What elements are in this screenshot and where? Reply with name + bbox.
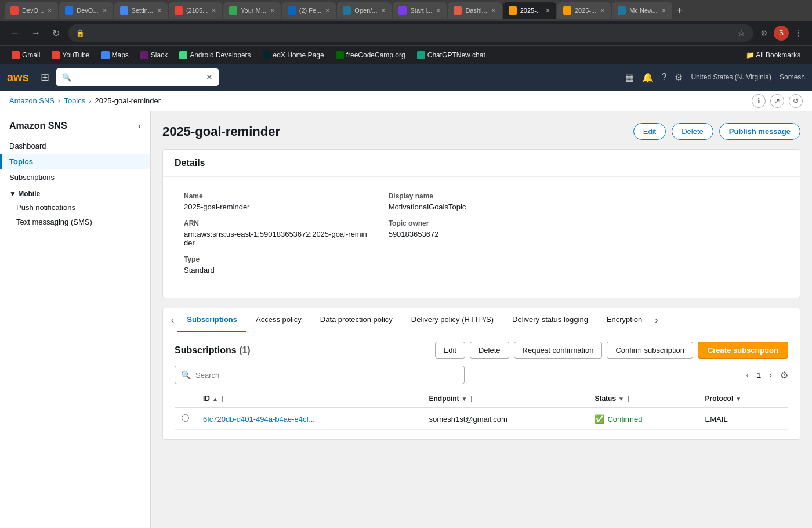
th-protocol[interactable]: Protocol ▼	[698, 390, 788, 408]
subs-delete-button[interactable]: Delete	[470, 342, 509, 359]
search-input[interactable]	[195, 371, 458, 379]
breadcrumb-topics-link[interactable]: Topics	[64, 96, 85, 105]
status-confirmed: ✅ Confirmed	[594, 414, 691, 424]
more-menu-button[interactable]: ⋮	[792, 26, 805, 40]
tab-close-btn[interactable]: ✕	[380, 7, 386, 15]
tab-close-btn[interactable]: ✕	[436, 7, 441, 15]
bookmark-youtube[interactable]: YouTube	[47, 50, 94, 60]
aws-user-menu[interactable]: Somesh	[780, 73, 805, 81]
sidebar-collapse-button[interactable]: ‹	[138, 121, 141, 131]
aws-bell-button[interactable]: 🔔	[642, 72, 654, 83]
table-settings-icon[interactable]: ⚙	[780, 370, 788, 381]
edit-topic-button[interactable]: Edit	[633, 123, 666, 140]
bookmark-edx[interactable]: edX Home Page	[258, 50, 329, 60]
bookmark-maps[interactable]: Maps	[97, 50, 133, 60]
th-status[interactable]: Status ▼ |	[588, 390, 698, 408]
profile-button[interactable]: S	[774, 26, 789, 41]
feedback-breadcrumb-button[interactable]: ↗	[770, 94, 784, 108]
sidebar-item-push-notifications[interactable]: Push notifications	[0, 200, 150, 215]
bookmark-all[interactable]: 📁 All Bookmarks	[741, 50, 805, 60]
aws-services-menu-button[interactable]: ⊞	[41, 71, 49, 84]
aws-help-button[interactable]: ?	[662, 72, 667, 82]
tab-2[interactable]: DevO... ✕	[59, 2, 113, 19]
confirm-subscription-button[interactable]: Confirm subscription	[607, 342, 693, 359]
sidebar-item-text-messaging[interactable]: Text messaging (SMS)	[0, 215, 150, 229]
subs-edit-button[interactable]: Edit	[435, 342, 465, 359]
bookmark-star-icon[interactable]: ☆	[738, 28, 745, 38]
tab-close-btn[interactable]: ✕	[270, 7, 275, 15]
create-subscription-button[interactable]: Create subscription	[698, 342, 788, 359]
tab-close-btn[interactable]: ✕	[491, 7, 496, 15]
bookmark-slack[interactable]: Slack	[136, 50, 172, 60]
breadcrumb-service-link[interactable]: Amazon SNS	[9, 96, 55, 105]
bookmark-chatgpt[interactable]: ChatGPTNew chat	[412, 50, 490, 60]
tab-delivery-status[interactable]: Delivery status logging	[503, 308, 597, 332]
tab-delivery-policy[interactable]: Delivery policy (HTTP/S)	[402, 308, 503, 332]
bookmark-gmail[interactable]: Gmail	[7, 50, 45, 60]
tab-5[interactable]: Your M... ✕	[223, 2, 281, 19]
next-page-button[interactable]: ›	[766, 369, 775, 381]
publish-message-button[interactable]: Publish message	[719, 123, 800, 140]
aws-region-selector[interactable]: United States (N. Virginia)	[691, 73, 771, 81]
row-select-cell[interactable]	[175, 408, 196, 430]
request-confirmation-button[interactable]: Request confirmation	[514, 342, 603, 359]
breadcrumb-actions: ℹ ↗ ↺	[752, 94, 803, 108]
tab-13[interactable]: Mc New... ✕	[612, 2, 672, 19]
tab-11[interactable]: 2025-... ✕	[503, 2, 556, 19]
tab-data-protection[interactable]: Data protection policy	[311, 308, 402, 332]
row-radio-input[interactable]	[182, 414, 189, 422]
tab-encryption[interactable]: Encryption	[597, 308, 651, 332]
tab-access-policy[interactable]: Access policy	[246, 308, 311, 332]
endpoint-filter-icon[interactable]: |	[470, 396, 472, 402]
tab-4[interactable]: (2105... ✕	[169, 2, 222, 19]
search-clear-icon[interactable]: ✕	[206, 73, 213, 82]
aws-search-input[interactable]: s3	[75, 73, 202, 82]
address-input[interactable]: us-east-1.console.aws.amazon.com/sns/v3/…	[89, 29, 733, 37]
status-sort-icon: ▼	[618, 396, 624, 402]
tab-close-btn[interactable]: ✕	[600, 7, 605, 15]
bookmark-android[interactable]: Android Developers	[175, 50, 255, 60]
tab-8[interactable]: Start l... ✕	[393, 2, 447, 19]
sidebar-item-dashboard[interactable]: Dashboard	[0, 138, 150, 154]
tab-9[interactable]: Dashl... ✕	[448, 2, 501, 19]
tab-close-btn[interactable]: ✕	[47, 7, 52, 15]
tab-close-btn[interactable]: ✕	[325, 7, 330, 15]
back-button[interactable]: ←	[7, 26, 23, 41]
tab-3[interactable]: Settin... ✕	[114, 2, 168, 19]
sidebar-item-topics[interactable]: Topics	[0, 154, 150, 169]
tab-close-btn[interactable]: ✕	[661, 7, 666, 15]
extensions-button[interactable]: ⚙	[758, 26, 770, 40]
tab-1[interactable]: DevO... ✕	[5, 2, 58, 19]
tab-subscriptions[interactable]: Subscriptions	[177, 308, 246, 332]
subscription-id-link[interactable]: 6fc720db-d401-494a-b4ae-e4cf...	[203, 415, 315, 424]
tab-close-btn[interactable]: ✕	[157, 7, 162, 15]
tab-7[interactable]: Open/... ✕	[337, 2, 392, 19]
tabs-next-button[interactable]: ›	[651, 310, 661, 330]
th-id[interactable]: ID ▲ |	[196, 390, 422, 408]
address-bar: 🔒 us-east-1.console.aws.amazon.com/sns/v…	[68, 24, 753, 42]
refresh-button[interactable]: ↺	[789, 94, 803, 108]
aws-terminal-button[interactable]: ▦	[625, 72, 634, 83]
bookmark-freecodecamp[interactable]: freeCodeCamp.org	[331, 50, 410, 60]
reload-button[interactable]: ↻	[49, 26, 63, 41]
tab-close-btn[interactable]: ✕	[545, 7, 550, 15]
forward-button[interactable]: →	[28, 26, 44, 41]
tabs-prev-button[interactable]: ‹	[168, 310, 177, 330]
aws-settings-button[interactable]: ⚙	[675, 72, 683, 83]
id-filter-icon[interactable]: |	[222, 396, 223, 402]
tab-12[interactable]: 2025-... ✕	[557, 2, 611, 19]
sidebar-section-mobile[interactable]: ▼ Mobile	[0, 185, 150, 200]
bookmark-label: Gmail	[22, 51, 40, 59]
new-tab-button[interactable]: +	[673, 5, 687, 17]
sidebar-item-subscriptions[interactable]: Subscriptions	[0, 169, 150, 185]
tab-close-btn[interactable]: ✕	[211, 7, 216, 15]
delete-topic-button[interactable]: Delete	[672, 123, 713, 140]
th-endpoint[interactable]: Endpoint ▼ |	[422, 390, 588, 408]
prev-page-button[interactable]: ‹	[742, 369, 752, 381]
status-filter-icon[interactable]: |	[628, 396, 629, 402]
tab-close-btn[interactable]: ✕	[102, 7, 107, 15]
info-button[interactable]: ℹ	[752, 94, 766, 108]
table-body: 6fc720db-d401-494a-b4ae-e4cf... somesh1s…	[175, 408, 788, 430]
tab-6[interactable]: (2) Fe... ✕	[282, 2, 336, 19]
details-card-header: Details	[163, 150, 800, 177]
